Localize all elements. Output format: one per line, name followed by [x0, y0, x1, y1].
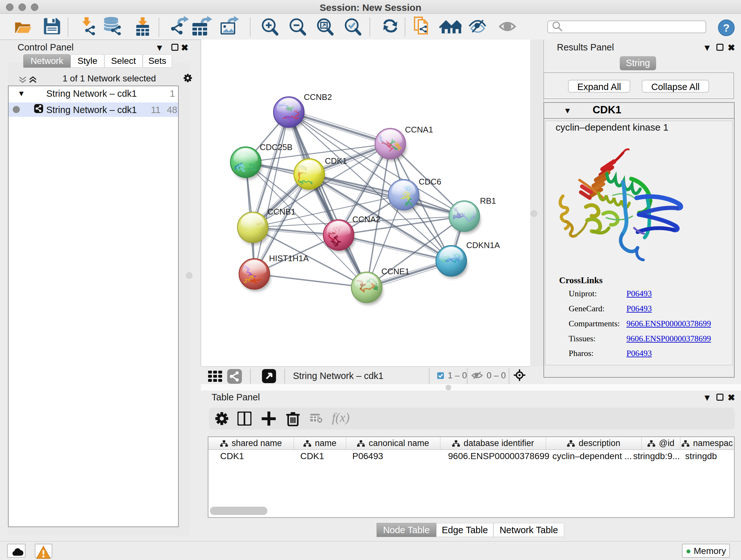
svg-text:CDC6: CDC6: [419, 177, 441, 186]
svg-text:CDKN1A: CDKN1A: [466, 240, 500, 250]
svg-text:CCNE1: CCNE1: [381, 266, 409, 276]
svg-text:?: ?: [723, 22, 730, 34]
svg-text:CDC25B: CDC25B: [260, 142, 293, 152]
svg-text:CCNB1: CCNB1: [267, 207, 295, 216]
svg-text:CDK1: CDK1: [325, 156, 347, 166]
svg-text:CCNB2: CCNB2: [304, 92, 332, 102]
svg-text:RB1: RB1: [480, 196, 496, 206]
svg-text:HIST1H1A: HIST1H1A: [269, 253, 309, 263]
svg-text:CCNA2: CCNA2: [352, 214, 381, 224]
svg-text:CCNA1: CCNA1: [405, 125, 433, 134]
